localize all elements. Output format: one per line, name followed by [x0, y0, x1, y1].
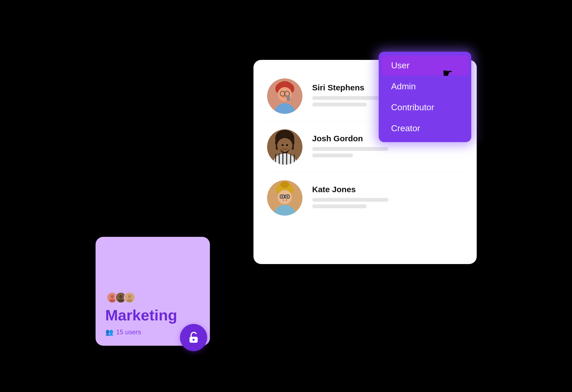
svg-rect-17	[287, 95, 290, 101]
avatar-siri	[267, 78, 302, 114]
svg-point-22	[277, 138, 292, 153]
user-row-kate: Kate Jones	[267, 173, 463, 223]
lock-icon	[187, 331, 200, 344]
role-item-contributor[interactable]: Contributor	[381, 97, 469, 117]
user-info-kate: Kate Jones	[312, 185, 463, 211]
avatar-josh	[267, 129, 302, 165]
role-item-user[interactable]: User	[381, 56, 469, 75]
user-name-kate: Kate Jones	[312, 185, 463, 194]
users-count-label: 15 users	[116, 328, 141, 336]
svg-point-24	[286, 144, 288, 146]
svg-point-7	[128, 295, 131, 298]
users-icon: 👥	[105, 328, 114, 336]
svg-point-27	[280, 181, 289, 188]
avatar-group	[106, 292, 200, 303]
user-detail-line	[312, 154, 353, 157]
svg-point-34	[282, 200, 287, 204]
avatar-member-3	[124, 292, 135, 303]
svg-point-33	[286, 196, 288, 197]
avatar-kate	[267, 180, 302, 216]
user-detail-line	[312, 96, 389, 100]
svg-point-10	[192, 339, 195, 341]
user-detail-line	[312, 204, 367, 208]
lock-button[interactable]	[180, 324, 207, 351]
svg-point-32	[282, 196, 283, 197]
user-detail-line	[312, 147, 389, 151]
role-item-creator[interactable]: Creator	[381, 118, 469, 138]
user-detail-line	[312, 103, 367, 106]
svg-point-23	[282, 144, 283, 146]
role-item-admin[interactable]: Admin	[381, 76, 469, 96]
user-detail-line	[312, 198, 389, 202]
svg-point-4	[119, 295, 123, 298]
role-dropdown[interactable]: User Admin Contributor Creator ☛	[379, 52, 471, 142]
marketing-title: Marketing	[105, 308, 200, 323]
svg-point-1	[111, 295, 114, 298]
